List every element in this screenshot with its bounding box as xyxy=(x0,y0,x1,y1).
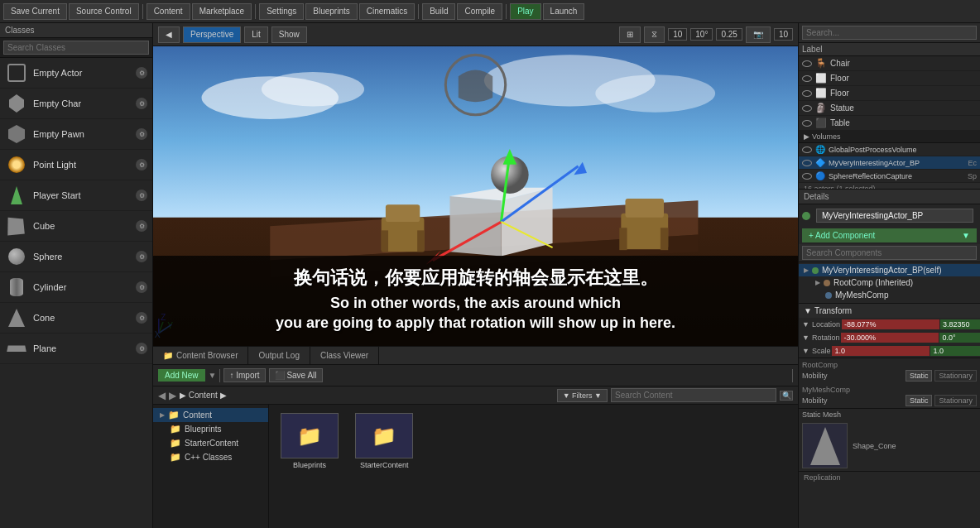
grid-toggle-button[interactable]: ⊞ xyxy=(619,26,641,43)
import-button[interactable]: ↑ Import xyxy=(223,368,265,382)
filters-button[interactable]: ▼ Filters ▼ xyxy=(557,389,608,402)
player-start-settings[interactable]: ⚙ xyxy=(136,190,147,201)
class-item-sphere[interactable]: Sphere ⚙ xyxy=(0,242,152,272)
outliner-search[interactable] xyxy=(799,23,980,43)
visibility-eye-chair[interactable] xyxy=(802,60,812,67)
rootcomp-stationary-btn[interactable]: Stationary xyxy=(934,370,977,382)
path-forward-button[interactable]: ▶ xyxy=(169,390,176,401)
snap-button[interactable]: ⧖ xyxy=(644,26,665,43)
marketplace-button[interactable]: Marketplace xyxy=(192,3,252,20)
class-item-plane[interactable]: Plane ⚙ xyxy=(0,334,152,364)
content-search-icon-button[interactable]: 🔍 xyxy=(780,391,793,401)
source-control-button[interactable]: Source Control xyxy=(69,3,139,20)
classes-search-bar[interactable] xyxy=(0,38,152,58)
tile-startercontent[interactable]: 📁 StarterContent xyxy=(348,410,420,473)
play-button[interactable]: Play xyxy=(510,3,540,20)
outliner-item-statue[interactable]: 🗿 Statue xyxy=(799,101,980,116)
show-button[interactable]: Show xyxy=(271,26,307,43)
lit-button[interactable]: Lit xyxy=(244,26,268,43)
camera-button[interactable]: 📷 xyxy=(746,26,771,43)
visibility-eye-myvery[interactable] xyxy=(802,160,812,166)
class-item-player-start[interactable]: Player Start ⚙ xyxy=(0,180,152,211)
tab-output-log[interactable]: Output Log xyxy=(248,347,310,364)
cube-settings[interactable]: ⚙ xyxy=(136,220,147,232)
outliner-item-floor2[interactable]: ⬜ Floor xyxy=(799,86,980,101)
volumes-section-divider[interactable]: ▶ Volumes xyxy=(799,131,980,143)
perspective-button[interactable]: Perspective xyxy=(183,26,241,43)
content-path-bar: ◀ ▶ ▶ Content ▶ ▼ Filters ▼ 🔍 xyxy=(153,386,798,405)
mymeshcomp-static-btn[interactable]: Static xyxy=(906,395,933,406)
viewport[interactable]: X Y Z 换句话说，你要应用旋转的轴会显示在这里。 So in other w… xyxy=(153,46,798,346)
class-item-empty-actor[interactable]: Empty Actor ⚙ xyxy=(0,58,152,89)
blueprints-button[interactable]: Blueprints xyxy=(305,3,357,20)
visibility-eye-globalpp[interactable] xyxy=(802,146,812,153)
visibility-eye-table[interactable] xyxy=(802,120,812,127)
mymeshcomp-stationary-btn[interactable]: Stationary xyxy=(934,395,977,406)
tile-startercontent-label: StarterContent xyxy=(360,461,409,469)
add-new-button[interactable]: Add New xyxy=(158,369,205,382)
class-item-cube[interactable]: Cube ⚙ xyxy=(0,211,152,242)
visibility-eye-floor2[interactable] xyxy=(802,90,812,97)
content-search[interactable] xyxy=(611,388,776,402)
rotation-y-input[interactable] xyxy=(939,333,980,343)
visibility-eye-sphere-reflect[interactable] xyxy=(802,173,812,180)
scale-y-input[interactable] xyxy=(930,346,980,356)
rotation-x-input[interactable] xyxy=(841,333,939,343)
class-item-cylinder[interactable]: Cylinder ⚙ xyxy=(0,272,152,303)
location-x-input[interactable] xyxy=(842,319,939,329)
tree-item-cpp-classes[interactable]: 📁 C++ Classes xyxy=(153,450,268,464)
class-item-cone[interactable]: Cone ⚙ xyxy=(0,303,152,334)
class-item-empty-char[interactable]: Empty Char ⚙ xyxy=(0,89,152,119)
sphere-settings[interactable]: ⚙ xyxy=(136,251,147,262)
outliner-item-chair[interactable]: 🪑 Chair xyxy=(799,56,980,71)
outliner-item-globalpp[interactable]: 🌐 GlobalPostProcessVolume xyxy=(799,143,980,156)
settings-button[interactable]: Settings xyxy=(259,3,304,20)
cone-settings[interactable]: ⚙ xyxy=(136,312,147,324)
path-back-button[interactable]: ◀ xyxy=(158,390,166,401)
comp-item-rootcomp[interactable]: ▶ RootComp (Inherited) xyxy=(799,276,980,289)
compile-button[interactable]: Compile xyxy=(457,3,502,20)
search-components[interactable] xyxy=(799,244,980,262)
actor-name-input[interactable] xyxy=(816,209,973,223)
outliner-item-sphere-reflect[interactable]: 🔵 SphereReflectionCapture Sp xyxy=(799,170,980,183)
cylinder-settings[interactable]: ⚙ xyxy=(136,281,147,293)
visibility-eye-floor1[interactable] xyxy=(802,75,812,82)
comp-label-mymeshcomp: MyMeshComp xyxy=(835,290,888,300)
save-all-button[interactable]: ⬛ Save All xyxy=(269,368,323,382)
point-light-settings[interactable]: ⚙ xyxy=(136,159,147,170)
classes-search-input[interactable] xyxy=(3,41,149,55)
launch-button[interactable]: Launch xyxy=(543,3,585,20)
outliner-item-table[interactable]: ⬛ Table xyxy=(799,116,980,131)
scale-x-input[interactable] xyxy=(832,346,930,356)
tree-item-blueprints[interactable]: 📁 Blueprints xyxy=(153,422,268,436)
content-main: 📁 Blueprints 📁 StarterContent xyxy=(269,405,798,528)
plane-settings[interactable]: ⚙ xyxy=(136,343,147,354)
tree-item-startercontent[interactable]: 📁 StarterContent xyxy=(153,436,268,450)
content-search-input[interactable] xyxy=(611,388,776,402)
camera-speed-button[interactable]: ◀ xyxy=(158,26,180,43)
rootcomp-static-btn[interactable]: Static xyxy=(906,370,933,382)
search-components-input[interactable] xyxy=(802,246,977,260)
outliner-item-floor1[interactable]: ⬜ Floor xyxy=(799,71,980,86)
tab-content-browser[interactable]: 📁 Content Browser xyxy=(153,347,248,364)
comp-item-mymeshcomp[interactable]: MyMeshComp xyxy=(799,289,980,301)
cinematics-button[interactable]: Cinematics xyxy=(359,3,415,20)
tile-blueprints[interactable]: 📁 Blueprints xyxy=(274,410,345,473)
class-item-point-light[interactable]: Point Light ⚙ xyxy=(0,150,152,180)
class-item-empty-pawn[interactable]: Empty Pawn ⚙ xyxy=(0,119,152,150)
add-component-button[interactable]: + Add Component ▼ xyxy=(802,228,977,242)
content-button[interactable]: Content xyxy=(147,3,190,20)
build-button[interactable]: Build xyxy=(422,3,455,20)
empty-actor-settings[interactable]: ⚙ xyxy=(136,67,147,79)
outliner-item-myvery[interactable]: 🔷 MyVeryInterestingActor_BP Ec xyxy=(799,156,980,170)
tree-item-content[interactable]: ▶ 📁 Content xyxy=(153,408,268,422)
outliner-search-input[interactable] xyxy=(802,26,977,40)
save-current-button[interactable]: Save Current xyxy=(3,3,67,20)
visibility-eye-statue[interactable] xyxy=(802,105,812,112)
empty-pawn-settings[interactable]: ⚙ xyxy=(136,128,147,140)
empty-char-settings[interactable]: ⚙ xyxy=(136,98,147,109)
transform-header[interactable]: ▼ Transform xyxy=(799,304,980,318)
tab-class-viewer[interactable]: Class Viewer xyxy=(310,347,379,364)
comp-item-self[interactable]: ▶ MyVeryInterestingActor_BP(self) xyxy=(799,264,980,276)
location-y-input[interactable] xyxy=(940,319,980,329)
